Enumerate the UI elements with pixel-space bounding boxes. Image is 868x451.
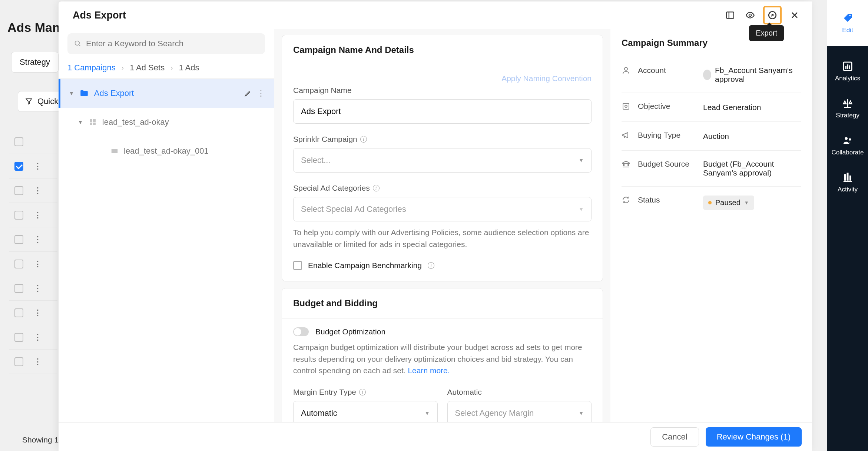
more-icon[interactable]: ⋮ xyxy=(34,308,42,318)
table-row: ⋮ xyxy=(9,154,57,178)
caret-down-icon[interactable]: ▼ xyxy=(69,90,74,96)
checkbox[interactable] xyxy=(14,162,23,171)
checkbox[interactable] xyxy=(293,261,302,270)
more-icon[interactable]: ⋮ xyxy=(34,357,42,367)
search-input[interactable] xyxy=(67,33,265,54)
section-title: Budget and Bidding xyxy=(282,288,603,318)
info-icon[interactable]: i xyxy=(373,185,380,191)
rail-activity[interactable]: Activity xyxy=(838,172,858,193)
activity-icon xyxy=(842,172,853,183)
panel-toggle-icon[interactable] xyxy=(723,8,737,22)
campaign-details-card: Campaign Name And Details Apply Naming C… xyxy=(282,35,603,281)
svg-rect-18 xyxy=(847,64,848,69)
ad-icon xyxy=(110,147,119,155)
megaphone-icon xyxy=(622,131,630,140)
special-cat-select[interactable]: Select Special Ad Categories ▼ xyxy=(293,197,592,221)
more-icon[interactable]: ⋮ xyxy=(257,88,265,98)
svg-rect-12 xyxy=(112,149,118,153)
svg-rect-8 xyxy=(90,119,92,122)
summary-account: Account Fb_Account Sanyam's approval xyxy=(622,57,801,93)
summary-status: Status Paused ▼ xyxy=(622,187,801,219)
margin-type-select[interactable]: Automatic ▼ xyxy=(293,401,438,422)
adset-icon xyxy=(88,118,97,127)
objective-icon xyxy=(622,102,630,111)
close-icon[interactable] xyxy=(788,8,802,22)
apply-naming-link[interactable]: Apply Naming Convention xyxy=(501,74,592,83)
svg-point-6 xyxy=(75,41,80,46)
checkbox[interactable] xyxy=(14,235,23,244)
budget-bidding-card: Budget and Bidding Budget Optimization C… xyxy=(282,288,603,422)
chart-icon xyxy=(842,61,853,72)
campaign-name-input[interactable] xyxy=(293,99,592,124)
folder-icon xyxy=(79,88,89,98)
breadcrumb-campaigns[interactable]: 1 Campaigns xyxy=(67,63,116,73)
caret-down-icon[interactable]: ▼ xyxy=(78,119,83,125)
checkbox[interactable] xyxy=(14,284,23,293)
budget-opt-toggle[interactable] xyxy=(293,327,309,336)
benchmark-checkbox-row[interactable]: Enable Campaign Benchmarking i xyxy=(293,261,592,270)
modal-header: Ads Export Export xyxy=(59,1,812,29)
chevron-down-icon: ▼ xyxy=(579,410,584,416)
svg-rect-19 xyxy=(849,66,850,69)
checkbox[interactable] xyxy=(14,186,23,195)
checkbox[interactable] xyxy=(14,308,23,317)
svg-point-21 xyxy=(849,138,851,140)
export-icon[interactable] xyxy=(763,6,782,24)
tree-ad[interactable]: lead_test_ad-okay_001 xyxy=(59,137,274,166)
chevron-down-icon: ▼ xyxy=(744,200,749,206)
strategy-button[interactable]: Strategy xyxy=(11,52,59,73)
svg-rect-14 xyxy=(623,103,629,109)
refresh-icon xyxy=(622,196,630,204)
checkbox[interactable] xyxy=(14,357,23,366)
checkbox[interactable] xyxy=(14,260,23,268)
svg-point-2 xyxy=(749,14,752,17)
svg-rect-9 xyxy=(93,119,96,122)
checkbox[interactable] xyxy=(14,211,23,220)
review-changes-button[interactable]: Review Changes (1) xyxy=(706,427,802,447)
cancel-button[interactable]: Cancel xyxy=(650,427,699,447)
rail-collaborate[interactable]: Collaborate xyxy=(832,135,864,156)
more-icon[interactable]: ⋮ xyxy=(34,284,42,293)
checkbox[interactable] xyxy=(14,137,23,146)
search-icon xyxy=(74,40,82,47)
more-icon[interactable]: ⋮ xyxy=(34,235,42,244)
svg-point-15 xyxy=(625,105,627,107)
info-icon[interactable]: i xyxy=(359,389,366,395)
funnel-icon xyxy=(25,97,33,106)
tag-icon xyxy=(842,13,853,24)
quick-filter-button[interactable]: Quick xyxy=(18,91,65,112)
section-title: Campaign Name And Details xyxy=(282,35,603,65)
chevron-right-icon: › xyxy=(122,64,124,72)
sprinklr-select[interactable]: Select... ▼ xyxy=(293,148,592,173)
table-footer: Showing 1 xyxy=(22,435,59,444)
tree-campaign[interactable]: ▼ Ads Export ⋮ xyxy=(59,79,274,108)
more-icon[interactable]: ⋮ xyxy=(34,259,42,269)
more-icon[interactable]: ⋮ xyxy=(34,161,42,171)
breadcrumb-adsets[interactable]: 1 Ad Sets xyxy=(130,63,165,73)
balance-icon xyxy=(842,98,853,109)
svg-point-20 xyxy=(845,137,848,140)
chevron-down-icon: ▼ xyxy=(579,157,584,163)
export-tooltip: Export xyxy=(749,25,784,41)
checkbox[interactable] xyxy=(14,333,23,342)
breadcrumb-ads[interactable]: 1 Ads xyxy=(179,63,199,73)
rail-analytics[interactable]: Analytics xyxy=(835,61,860,82)
info-icon[interactable]: i xyxy=(428,262,434,269)
more-icon[interactable]: ⋮ xyxy=(34,186,42,196)
rail-strategy[interactable]: Strategy xyxy=(836,98,859,119)
more-icon[interactable]: ⋮ xyxy=(34,210,42,220)
special-cat-help: To help you comply with our Advertising … xyxy=(293,227,592,250)
pencil-icon[interactable] xyxy=(244,90,252,97)
info-icon[interactable]: i xyxy=(360,136,367,143)
status-pill[interactable]: Paused ▼ xyxy=(703,196,754,210)
rail-edit[interactable]: Edit xyxy=(842,13,853,34)
chevron-down-icon: ▼ xyxy=(425,410,430,416)
table-row: ⋮ xyxy=(9,301,57,325)
tree-adset[interactable]: ▼ lead_test_ad-okay xyxy=(59,108,274,137)
agency-margin-select[interactable]: Select Agency Margin ▼ xyxy=(447,401,592,422)
budget-opt-row: Budget Optimization xyxy=(293,327,592,336)
learn-more-link[interactable]: Learn more. xyxy=(408,366,450,375)
preview-icon[interactable] xyxy=(743,8,757,22)
more-icon[interactable]: ⋮ xyxy=(34,333,42,342)
svg-rect-17 xyxy=(845,66,847,69)
